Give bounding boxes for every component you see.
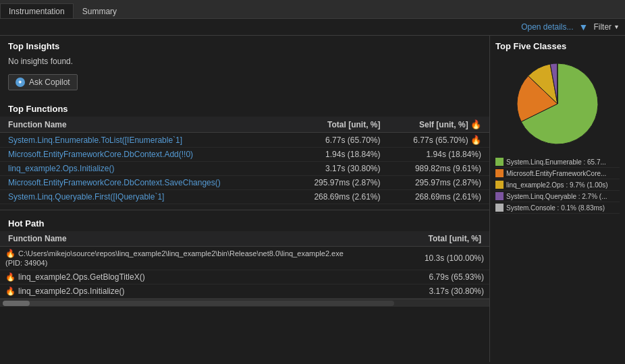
pie-chart-container (495, 57, 620, 151)
legend-item: System.Console : 0.1% (8.83ms) (495, 202, 620, 214)
legend-color-swatch (495, 169, 504, 177)
flame-icon: 🔥 (5, 286, 16, 296)
list-item: 🔥linq_example2.Ops.GetBlogTitleX() 6.79s… (0, 270, 489, 284)
hot-path-section: Hot Path Function Name Total [unit, %] 🔥… (0, 210, 489, 299)
total-cell: 3.17s (30.80%) (277, 162, 388, 176)
scrollbar-track[interactable] (3, 301, 394, 306)
no-insights-text: No insights found. (0, 54, 489, 71)
chart-title: Top Five Classes (495, 41, 620, 51)
hotpath-total-cell: 10.3s (100.00%) (367, 247, 489, 270)
copilot-icon: ✦ (16, 78, 25, 87)
hot-path-table: Function Name Total [unit, %] 🔥C:\Users\… (0, 231, 489, 299)
col-hp-function-name: Function Name (0, 231, 367, 247)
self-cell: 6.77s (65.70%) 🔥 (389, 133, 490, 148)
table-row: System.Linq.Queryable.First([IQueryable`… (0, 190, 489, 204)
tab-instrumentation[interactable]: Instrumentation (0, 3, 74, 18)
bottom-scrollbar[interactable] (0, 299, 489, 307)
col-total: Total [unit, %] (277, 117, 388, 133)
legend-label: linq_example2.Ops : 9.7% (1.00s) (506, 181, 608, 189)
total-cell: 268.69ms (2.61%) (277, 190, 388, 204)
function-name-cell[interactable]: Microsoft.EntityFrameworkCore.DbContext.… (0, 176, 277, 190)
legend-item: System.Linq.Queryable : 2.7% (... (495, 191, 620, 202)
chart-legend: System.Linq.Enumerable : 65.7... Microso… (495, 156, 620, 214)
right-panel: Top Five Classes System.Linq.Enumerable … (490, 36, 625, 362)
table-row: Microsoft.EntityFrameworkCore.DbContext.… (0, 176, 489, 190)
col-self: Self [unit, %] 🔥 (389, 117, 490, 133)
legend-color-swatch (495, 204, 504, 212)
top-functions-section: Top Functions Function Name Total [unit,… (0, 98, 489, 204)
col-hp-total: Total [unit, %] (367, 231, 489, 247)
legend-label: Microsoft.EntityFrameworkCore... (506, 170, 606, 177)
pie-chart (507, 57, 608, 151)
flame-icon: 🔥 (5, 272, 16, 282)
self-cell: 295.97ms (2.87%) (389, 176, 490, 190)
legend-item: Microsoft.EntityFrameworkCore... (495, 168, 620, 179)
hotpath-name-cell[interactable]: 🔥linq_example2.Ops.GetBlogTitleX() (0, 270, 367, 284)
open-details-link[interactable]: Open details... (521, 22, 573, 32)
legend-label: System.Linq.Queryable : 2.7% (... (506, 193, 607, 200)
toolbar: Open details... ▼ Filter ▼ (0, 19, 625, 36)
functions-table: Function Name Total [unit, %] Self [unit… (0, 117, 489, 204)
hotpath-name-cell: 🔥C:\Users\mikejo\source\repos\linq_examp… (0, 247, 367, 270)
main-layout: Top Insights No insights found. ✦ Ask Co… (0, 36, 625, 362)
legend-item: System.Linq.Enumerable : 65.7... (495, 156, 620, 168)
exe-flame-icon: 🔥 (5, 249, 16, 258)
legend-color-swatch (495, 192, 504, 200)
hotpath-total-cell: 6.79s (65.93%) (367, 270, 489, 284)
top-functions-title: Top Functions (0, 98, 489, 117)
function-name-cell[interactable]: Microsoft.EntityFrameworkCore.DbContext.… (0, 148, 277, 162)
top-insights-section: Top Insights No insights found. ✦ Ask Co… (0, 36, 489, 90)
self-cell: 268.69ms (2.61%) (389, 190, 490, 204)
col-function-name: Function Name (0, 117, 277, 133)
scrollbar-thumb[interactable] (3, 301, 30, 306)
self-cell: 1.94s (18.84%) (389, 148, 490, 162)
legend-label: System.Console : 0.1% (8.83ms) (506, 204, 605, 212)
filter-funnel-icon: ▼ (579, 22, 589, 32)
table-row: Microsoft.EntityFrameworkCore.DbContext.… (0, 148, 489, 162)
hotpath-total-cell: 3.17s (30.80%) (367, 284, 489, 299)
hot-path-title: Hot Path (0, 213, 489, 231)
legend-color-swatch (495, 158, 504, 166)
list-item: 🔥linq_example2.Ops.Initialize() 3.17s (3… (0, 284, 489, 299)
table-row: System.Linq.Enumerable.ToList([IEnumerab… (0, 133, 489, 148)
self-cell: 989.82ms (9.61%) (389, 162, 490, 176)
list-item: 🔥C:\Users\mikejo\source\repos\linq_examp… (0, 247, 489, 270)
filter-button[interactable]: Filter ▼ (593, 22, 620, 32)
legend-color-swatch (495, 181, 504, 189)
hotpath-name-cell[interactable]: 🔥linq_example2.Ops.Initialize() (0, 284, 367, 299)
left-panel: Top Insights No insights found. ✦ Ask Co… (0, 36, 490, 362)
function-name-cell[interactable]: linq_example2.Ops.Initialize() (0, 162, 277, 176)
function-name-cell[interactable]: System.Linq.Queryable.First([IQueryable`… (0, 190, 277, 204)
total-cell: 295.97ms (2.87%) (277, 176, 388, 190)
legend-item: linq_example2.Ops : 9.7% (1.00s) (495, 179, 620, 191)
total-cell: 6.77s (65.70%) (277, 133, 388, 148)
legend-label: System.Linq.Enumerable : 65.7... (506, 158, 606, 166)
top-insights-title: Top Insights (0, 36, 489, 54)
total-cell: 1.94s (18.84%) (277, 148, 388, 162)
filter-dropdown-icon: ▼ (614, 24, 620, 30)
tab-bar: Instrumentation Summary (0, 0, 625, 19)
ask-copilot-button[interactable]: ✦ Ask Copilot (8, 74, 78, 90)
table-row: linq_example2.Ops.Initialize() 3.17s (30… (0, 162, 489, 176)
function-name-cell[interactable]: System.Linq.Enumerable.ToList([IEnumerab… (0, 133, 277, 148)
tab-summary[interactable]: Summary (74, 3, 126, 18)
